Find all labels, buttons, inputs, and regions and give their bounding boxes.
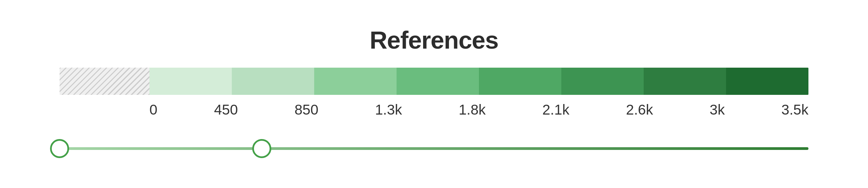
color-seg-2 (232, 68, 314, 95)
color-seg-8 (726, 68, 808, 95)
references-widget: References 0 450 850 1.3k 1.8k (60, 26, 808, 162)
color-seg-4 (397, 68, 479, 95)
gradient-bar (60, 68, 808, 95)
labels-row: 0 450 850 1.3k 1.8k 2.1k 2.6k 3k 3.5k (60, 102, 808, 118)
label-450: 450 (214, 102, 238, 118)
slider-thumb-right[interactable] (252, 139, 271, 158)
hatch-segment (60, 68, 149, 95)
widget-title: References (370, 26, 498, 54)
label-spacer (60, 102, 149, 118)
color-seg-7 (644, 68, 726, 95)
gradient-bar-section: 0 450 850 1.3k 1.8k 2.1k 2.6k 3k 3.5k (60, 68, 808, 118)
label-0: 0 (149, 102, 157, 118)
color-segments (149, 68, 808, 95)
label-1800: 1.8k (459, 102, 485, 118)
slider-thumb-left[interactable] (50, 139, 69, 158)
label-2600: 2.6k (626, 102, 653, 118)
slider-track-bg (60, 147, 808, 150)
label-3000: 3k (710, 102, 725, 118)
label-1300: 1.3k (375, 102, 402, 118)
slider-track-active (60, 147, 808, 150)
label-3500: 3.5k (782, 102, 808, 118)
color-seg-1 (149, 68, 232, 95)
label-850: 850 (294, 102, 318, 118)
labels-inner: 0 450 850 1.3k 1.8k 2.1k 2.6k 3k 3.5k (149, 102, 808, 118)
color-seg-3 (314, 68, 397, 95)
color-seg-6 (561, 68, 644, 95)
label-2100: 2.1k (542, 102, 569, 118)
slider-section[interactable] (60, 135, 808, 162)
color-seg-5 (479, 68, 561, 95)
